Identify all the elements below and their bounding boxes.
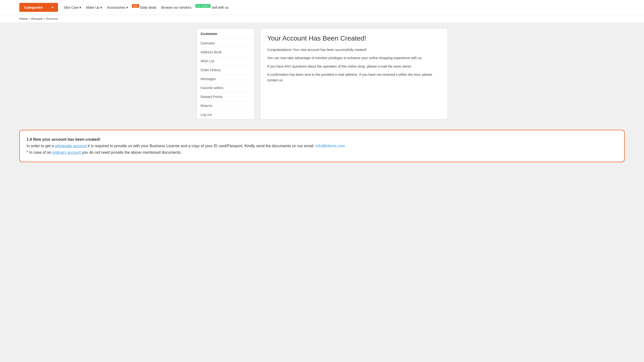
nav-item-skincare[interactable]: Skin Care ▾ (64, 5, 81, 9)
content-para-2: You can now take advantage of member pri… (267, 55, 441, 60)
info-line-3: * In case of an ordinary account you do … (26, 149, 618, 156)
vendor-badge: For vendors (195, 4, 210, 8)
info-line2-pre: In order to get a (26, 144, 55, 148)
header: Categories ▾ Skin Care ▾ Make Up ▾ Acces… (0, 0, 644, 15)
nav-link-vendors[interactable]: Browse our vendors (161, 5, 192, 9)
content-para-4: A confirmation has been sent to the prov… (267, 72, 441, 83)
sidebar-item-returns[interactable]: Returns (197, 101, 254, 110)
categories-button[interactable]: Categories ▾ (19, 3, 58, 12)
sidebar-heading: Customer (197, 29, 254, 39)
sidebar-item-messages[interactable]: Messages (197, 74, 254, 83)
breadcrumb-home[interactable]: Home (19, 17, 28, 20)
nav-link-skincare[interactable]: Skin Care ▾ (64, 5, 81, 9)
main-content: Customer Overview Address Book Wish List… (177, 23, 467, 125)
nav-link-makeup[interactable]: Make Up ▾ (86, 5, 102, 9)
info-line2-post: it is required to provide us with your B… (88, 144, 316, 148)
info-line3-post: you do not need provide the above mentio… (82, 150, 182, 154)
breadcrumb-sep1: > (28, 17, 31, 20)
ordinary-account-link[interactable]: ordinary account (52, 150, 82, 154)
wholesale-account-link[interactable]: wholesale account (55, 144, 88, 148)
content-para-3: If you have ANY questions about the oper… (267, 64, 441, 69)
nav-item-makeup[interactable]: Make Up ▾ (86, 5, 102, 9)
sidebar-item-wish-list[interactable]: Wish List (197, 57, 254, 66)
content-area: Your Account Has Been Created! Congratul… (260, 28, 448, 119)
nav-item-dailydeals[interactable]: Sale Daily deals (133, 5, 156, 9)
info-box: 1.4 Now your account has been created! I… (19, 130, 625, 162)
nav-link-sellwithus[interactable]: For vendors Sell with us (196, 5, 229, 9)
categories-label: Categories (24, 5, 43, 9)
nav-item-vendors[interactable]: Browse our vendors (161, 5, 192, 9)
sidebar-item-logout[interactable]: Log out (197, 110, 254, 119)
breadcrumb-account[interactable]: Account (31, 17, 42, 20)
email-link[interactable]: info@kitems.com (315, 144, 345, 148)
breadcrumb: Home > Account > Success (0, 15, 644, 23)
sidebar: Customer Overview Address Book Wish List… (196, 28, 254, 119)
nav-item-sellwithus[interactable]: For vendors Sell with us (196, 5, 229, 9)
breadcrumb-sep2: > (43, 17, 46, 20)
breadcrumb-current: Success (46, 17, 58, 20)
sidebar-item-reward-points[interactable]: Reward Points (197, 92, 254, 101)
chevron-down-icon: ▾ (52, 6, 53, 9)
page-title: Your Account Has Been Created! (267, 34, 441, 42)
nav-link-dailydeals[interactable]: Sale Daily deals (133, 5, 156, 9)
info-line-2: In order to get a wholesale account it i… (26, 143, 618, 149)
nav-link-accessories[interactable]: Accessories ▾ (107, 5, 128, 9)
nav-links: Skin Care ▾ Make Up ▾ Accessories ▾ Sale… (64, 5, 229, 9)
info-line3-pre: * In case of an (26, 150, 52, 154)
sidebar-item-address-book[interactable]: Address Book (197, 48, 254, 57)
info-line-1: 1.4 Now your account has been created! (26, 136, 618, 143)
sidebar-item-order-history[interactable]: Order History (197, 66, 254, 74)
sidebar-item-overview[interactable]: Overview (197, 39, 254, 48)
sidebar-item-favorite-sellers[interactable]: Favorite sellers (197, 83, 254, 92)
nav-item-accessories[interactable]: Accessories ▾ (107, 5, 128, 9)
nav-bar: Categories ▾ Skin Care ▾ Make Up ▾ Acces… (0, 0, 644, 15)
content-para-1: Congratulations! Your new account has be… (267, 47, 441, 52)
sale-badge: Sale (132, 4, 139, 8)
